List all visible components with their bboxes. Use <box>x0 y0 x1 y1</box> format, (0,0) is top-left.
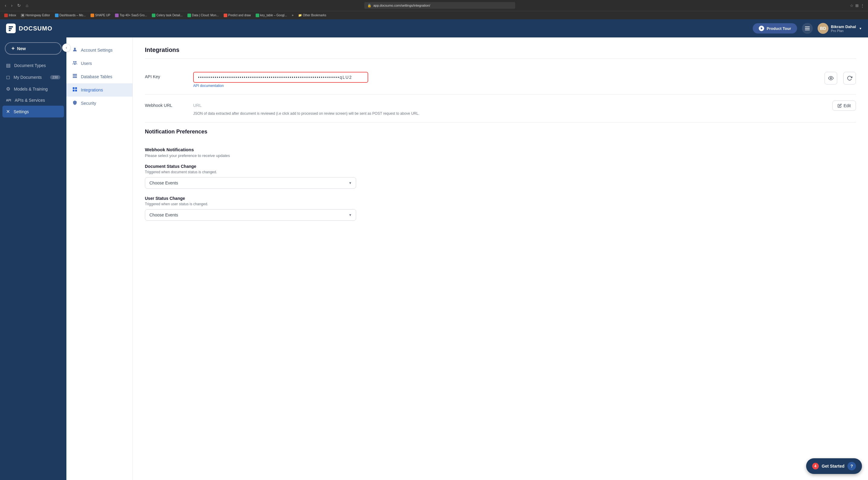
bookmark-more[interactable]: » <box>290 13 296 18</box>
svg-rect-4 <box>73 76 77 77</box>
hamburger-icon <box>805 27 810 30</box>
documents-badge: 230 <box>50 75 60 80</box>
user-name: Bikram Dahal <box>831 25 856 29</box>
chevron-down-icon: ▼ <box>859 27 862 30</box>
bookmark-data-cloud[interactable]: Data | Cloud: Mon... <box>186 13 221 18</box>
star-icon[interactable]: ☆ <box>850 3 854 8</box>
menu-button[interactable] <box>802 23 813 34</box>
user-info: Bikram Dahal Pro Plan <box>831 25 856 33</box>
user-status-desc: Triggered when user status is changed. <box>145 202 856 206</box>
get-started-button[interactable]: 4 Get Started ? <box>806 458 862 474</box>
svg-rect-9 <box>75 90 77 91</box>
svg-point-10 <box>830 78 832 79</box>
edit-webhook-button[interactable]: Edit <box>832 100 856 111</box>
api-key-value-area: API documentation <box>193 72 818 88</box>
svg-rect-3 <box>73 74 77 75</box>
webhook-label: Webhook URL <box>145 100 187 108</box>
bookmarks-bar: Inbox H Hemingway Editor Dashboards – Mo… <box>0 11 868 19</box>
section-title: Integrations <box>145 47 856 59</box>
svg-point-0 <box>74 48 76 50</box>
user-status-title: User Status Change <box>145 196 856 201</box>
main-area: Account Settings Users Database Tables I… <box>66 37 868 480</box>
home-button[interactable]: ⌂ <box>25 2 29 8</box>
svg-rect-8 <box>73 90 74 91</box>
notification-section-title: Notification Preferences <box>145 129 856 135</box>
nav-items: ▤ Document Types ◻ My Documents 230 ⚙ Mo… <box>0 57 66 480</box>
document-status-select-wrapper: Choose Events <box>145 177 356 189</box>
webhook-description: JSON of data extracted after document is… <box>193 111 826 116</box>
bookmark-inbox[interactable]: Inbox <box>2 13 18 18</box>
bookmark-shapeup[interactable]: SHAPE UP <box>89 13 112 18</box>
document-types-icon: ▤ <box>6 62 10 68</box>
product-tour-button[interactable]: Product Tour <box>753 23 797 33</box>
bookmark-saas[interactable]: Top 40+ SaaS Gro... <box>113 13 149 18</box>
new-button[interactable]: + New <box>5 42 62 55</box>
svg-rect-6 <box>73 87 74 89</box>
address-bar[interactable]: 🔒 app.docsumo.com/settings/integration/ <box>364 2 515 9</box>
extension-icon[interactable]: ⊞ <box>855 3 859 8</box>
webhook-url-text: URL <box>193 100 826 108</box>
app-container: + New ▤ Document Types ◻ My Documents 23… <box>0 19 868 480</box>
sidebar-item-models[interactable]: ⚙ Models & Training <box>0 83 66 95</box>
document-status-change-block: Document Status Change Triggered when do… <box>145 164 856 189</box>
browser-actions: ☆ ⊞ ⋮ <box>850 3 864 8</box>
back-button[interactable]: ‹ <box>4 2 7 8</box>
play-icon <box>759 26 764 31</box>
logo-icon <box>6 24 16 33</box>
svg-rect-5 <box>73 77 77 78</box>
svg-point-1 <box>73 61 75 63</box>
api-key-label: API Key <box>145 72 187 79</box>
avatar: BD <box>817 23 829 34</box>
toggle-visibility-button[interactable] <box>825 72 837 85</box>
content-area: Integrations API Key API documentation <box>133 37 868 480</box>
integrations-icon <box>72 87 77 93</box>
logo-area: DOCSUMO <box>6 24 52 33</box>
my-documents-icon: ◻ <box>6 74 10 80</box>
browser-chrome: ‹ › ↻ ⌂ 🔒 app.docsumo.com/settings/integ… <box>0 0 868 11</box>
user-status-select-wrapper: Choose Events <box>145 209 356 221</box>
bookmark-other[interactable]: 📁 Other Bookmarks <box>297 13 328 18</box>
api-doc-link[interactable]: API documentation <box>193 84 224 88</box>
sidebar-collapse-button[interactable]: ‹ <box>62 43 71 52</box>
sidebar-item-apis[interactable]: API APIs & Services <box>0 95 66 106</box>
document-status-title: Document Status Change <box>145 164 856 169</box>
sidebar-item-document-types[interactable]: ▤ Document Types <box>0 59 66 71</box>
bookmark-predict[interactable]: Predict and draw <box>222 13 253 18</box>
logo-text: DOCSUMO <box>19 25 52 32</box>
menu-icon[interactable]: ⋮ <box>861 3 864 8</box>
database-tables-icon <box>72 74 77 80</box>
subnav-users[interactable]: Users <box>66 57 132 70</box>
bookmark-hemingway[interactable]: H Hemingway Editor <box>19 13 52 18</box>
subnav-account-settings[interactable]: Account Settings <box>66 43 132 57</box>
forward-button[interactable]: › <box>10 2 14 8</box>
user-status-change-block: User Status Change Triggered when user s… <box>145 196 856 221</box>
users-icon <box>72 60 77 66</box>
webhook-value-area: URL JSON of data extracted after documen… <box>193 100 826 116</box>
bookmark-key-table[interactable]: key_table – Googl... <box>254 13 289 18</box>
refresh-key-button[interactable] <box>843 72 856 85</box>
sidebar-item-settings[interactable]: ✕ Settings <box>2 106 64 117</box>
security-icon <box>72 100 77 106</box>
webhook-notifications-box: Webhook Notifications Please select your… <box>145 141 856 234</box>
webhook-notifications-title: Webhook Notifications <box>145 147 856 152</box>
document-status-select[interactable]: Choose Events <box>145 177 356 189</box>
svg-rect-7 <box>75 87 77 89</box>
plus-icon: + <box>11 45 15 52</box>
api-key-input[interactable] <box>193 72 368 83</box>
bookmark-celery[interactable]: Celery task Detail... <box>150 13 184 18</box>
user-status-select[interactable]: Choose Events <box>145 209 356 221</box>
subnav-security[interactable]: Security <box>66 97 132 110</box>
user-area[interactable]: BD Bikram Dahal Pro Plan ▼ <box>817 23 862 34</box>
bookmark-dashboards[interactable]: Dashboards – Mo... <box>53 13 88 18</box>
subnav-database-tables[interactable]: Database Tables <box>66 70 132 83</box>
models-icon: ⚙ <box>6 86 10 92</box>
notification-section: Notification Preferences Webhook Notific… <box>145 129 856 234</box>
subnav-integrations[interactable]: Integrations <box>66 83 132 97</box>
sidebar-item-my-documents[interactable]: ◻ My Documents 230 <box>0 71 66 83</box>
svg-point-2 <box>75 61 77 63</box>
get-started-badge: 4 <box>812 463 819 470</box>
app-header: DOCSUMO Product Tour BD Bikram Dahal Pro… <box>0 19 868 37</box>
refresh-button[interactable]: ↻ <box>16 2 22 8</box>
help-icon: ? <box>847 462 856 470</box>
settings-icon: ✕ <box>6 109 10 114</box>
